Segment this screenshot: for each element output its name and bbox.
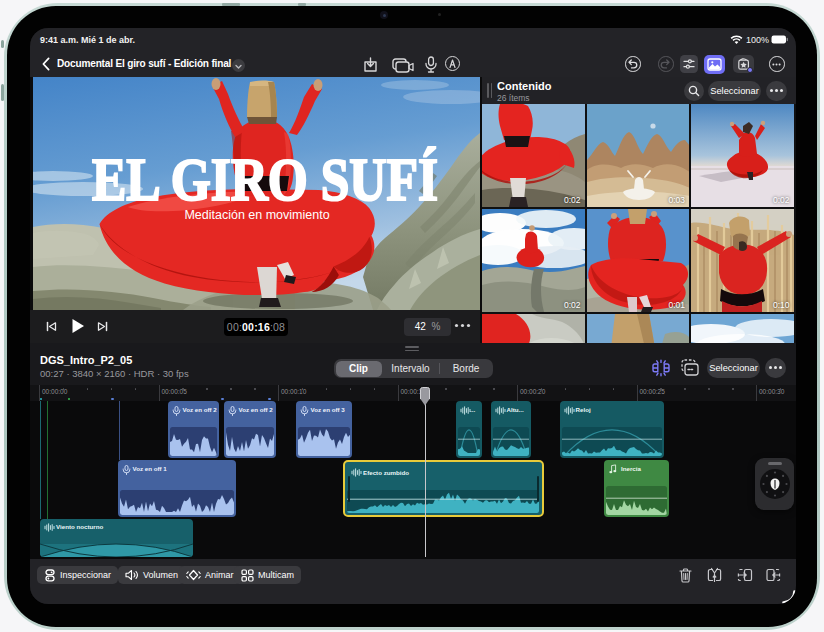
svg-text:Meditación en movimiento: Meditación en movimiento (184, 208, 329, 222)
svg-text:EL GIRO SUFÍ: EL GIRO SUFÍ (92, 145, 438, 214)
